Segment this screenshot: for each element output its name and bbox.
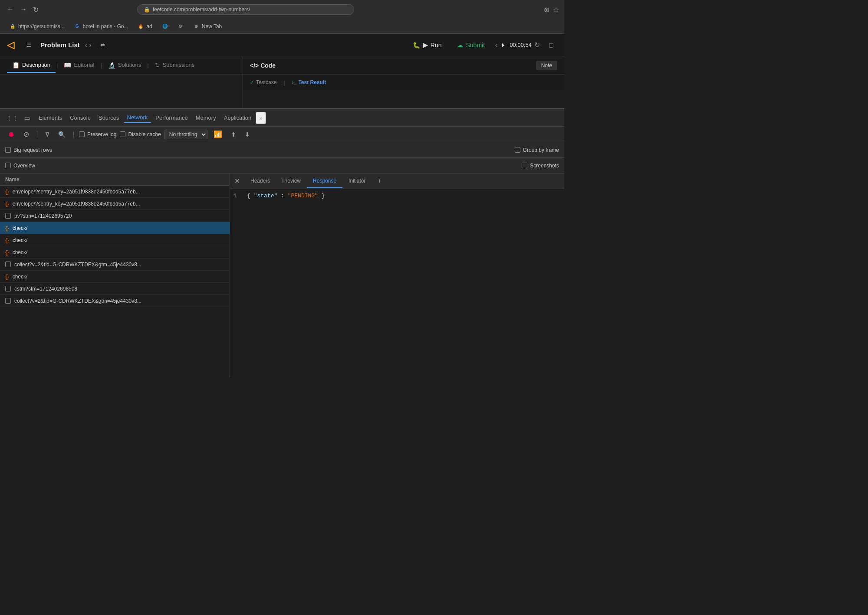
search-button[interactable]: 🔍 [56, 130, 68, 139]
submissions-icon: ↻ [155, 62, 160, 69]
browser-actions: ⊕ ☆ [544, 6, 559, 14]
timer-prev-button[interactable]: ‹ [495, 41, 497, 49]
tab-favicon-3: 🌐 [162, 23, 168, 29]
group-by-frame-option[interactable]: Group by frame [515, 147, 559, 153]
download-har-icon[interactable]: ⬇ [242, 130, 253, 139]
group-by-frame-checkbox[interactable] [515, 147, 520, 153]
tab-performance[interactable]: Performance [152, 113, 191, 123]
network-row[interactable]: {} check/ [0, 246, 230, 258]
back-button[interactable]: ← [5, 4, 16, 15]
run-label: Run [431, 42, 442, 49]
run-button[interactable]: 🐛 ▶ Run [408, 38, 447, 52]
network-row-selected[interactable]: {} check/ [0, 222, 230, 234]
row-name-5: check/ [13, 249, 224, 255]
tab-submissions[interactable]: ↻ Submissions [150, 58, 200, 73]
timer-refresh-button[interactable]: ↻ [534, 41, 540, 49]
name-column-header: Name [5, 177, 20, 183]
row-name-7: check/ [13, 274, 224, 280]
wifi-icon[interactable]: 📶 [211, 129, 225, 139]
next-problem-button[interactable]: › [89, 41, 91, 49]
detail-content: 1 { "state" : "PENDING" } [230, 189, 564, 377]
description-icon: 📋 [12, 62, 20, 69]
filter-icon[interactable]: ⊽ [43, 130, 52, 139]
detail-close-button[interactable]: ✕ [230, 175, 244, 187]
zoom-button[interactable]: ⊕ [544, 6, 549, 14]
browser-chrome: ← → ↻ 🔒 leetcode.com/problems/add-two-nu… [0, 0, 564, 34]
note-button[interactable]: Note [536, 61, 557, 70]
forward-button[interactable]: → [18, 4, 29, 15]
detail-tab-preview[interactable]: Preview [276, 174, 307, 188]
shuffle-button[interactable]: ⇌ [97, 40, 108, 50]
screenshots-option[interactable]: Screenshots [522, 163, 559, 169]
overview-checkbox[interactable] [5, 163, 11, 168]
row-checkbox-8[interactable] [5, 286, 11, 291]
disable-cache-option[interactable]: Disable cache [120, 131, 161, 137]
tab-globe[interactable]: 🌐 [158, 22, 172, 31]
upload-har-icon[interactable]: ⬆ [228, 130, 239, 139]
row-icon-4: {} [5, 237, 9, 243]
screenshots-checkbox[interactable] [522, 163, 527, 168]
filter-row-left: Big request rows [5, 147, 52, 153]
preserve-log-checkbox[interactable] [79, 131, 85, 137]
element-picker-icon[interactable]: ⋮⋮ [3, 113, 21, 123]
row-checkbox-6[interactable] [5, 262, 11, 267]
address-bar[interactable]: 🔒 leetcode.com/problems/add-two-numbers/ [137, 4, 354, 15]
prev-problem-button[interactable]: ‹ [85, 41, 87, 49]
network-row[interactable]: {} envelope/?sentry_key=2a051f9838e2450f… [0, 198, 230, 210]
detail-tab-timing[interactable]: T [372, 174, 387, 188]
disable-cache-checkbox[interactable] [120, 131, 125, 137]
more-tabs-icon[interactable]: » [256, 112, 266, 124]
row-checkbox-9[interactable] [5, 298, 11, 304]
tab-favicon-1: G [74, 23, 80, 29]
preserve-log-option[interactable]: Preserve log [79, 131, 116, 137]
network-row[interactable]: {} envelope/?sentry_key=2a051f9838e2450f… [0, 186, 230, 198]
tab-memory[interactable]: Memory [192, 113, 220, 123]
testresult-tab[interactable]: ›_ Test Result [292, 79, 326, 85]
tab-application[interactable]: Application [220, 113, 255, 123]
tab-new[interactable]: ⊕ New Tab [189, 22, 226, 31]
address-text: leetcode.com/problems/add-two-numbers/ [153, 7, 250, 13]
reload-button[interactable]: ↻ [31, 4, 40, 16]
network-row[interactable]: cstm?stm=1712402698508 [0, 283, 230, 295]
network-row[interactable]: {} check/ [0, 271, 230, 283]
menu-button[interactable]: ☰ [23, 40, 35, 50]
tab-sources[interactable]: Sources [95, 113, 123, 123]
network-row[interactable]: pv?stm=1712402695720 [0, 210, 230, 222]
tab-favicon-4: ⚙ [178, 23, 184, 29]
detail-tab-headers[interactable]: Headers [244, 174, 276, 188]
tab-solutions[interactable]: 🔬 Solutions [103, 58, 146, 73]
green-arrow-icon: ›_ [292, 79, 297, 85]
tab-console[interactable]: Console [66, 113, 94, 123]
record-stop-button[interactable]: ⏺ [5, 130, 17, 139]
code-title: </> Code [250, 62, 276, 69]
clear-button[interactable]: ⊘ [21, 129, 32, 139]
device-toolbar-icon[interactable]: ▭ [22, 113, 33, 123]
tab-gear[interactable]: ⚙ [173, 22, 188, 31]
throttle-select[interactable]: No throttling Slow 3G Fast 3G [164, 130, 207, 139]
testcase-tab[interactable]: ✓ Testcase [250, 79, 276, 85]
submit-button[interactable]: ☁ Submit [452, 39, 490, 51]
devtools-options: ⏺ ⊘ ⊽ 🔍 Preserve log Disable cache No th… [0, 127, 564, 142]
overview-option[interactable]: Overview [5, 163, 35, 169]
network-row[interactable]: collect?v=2&tid=G-CDRWKZTDEX&gtm=45je443… [0, 258, 230, 271]
big-request-rows-checkbox[interactable] [5, 147, 11, 153]
detail-tab-initiator[interactable]: Initiator [342, 174, 372, 188]
bookmark-button[interactable]: ☆ [553, 6, 559, 14]
devtools-filters-2: Overview Screenshots [0, 158, 564, 173]
tab-network[interactable]: Network [124, 112, 151, 123]
tab-ad[interactable]: 🔥 ad [133, 22, 156, 31]
network-row[interactable]: collect?v=2&tid=G-CDRWKZTDEX&gtm=45je443… [0, 295, 230, 307]
line-number: 1 [233, 193, 237, 199]
tab-editorial[interactable]: 📖 Editorial [59, 58, 99, 73]
row-checkbox-2[interactable] [5, 213, 11, 219]
tab-hotel-paris[interactable]: G hotel in paris - Go... [70, 22, 133, 31]
fullscreen-button[interactable]: ▢ [545, 40, 557, 50]
tab-description[interactable]: 📋 Description [7, 58, 56, 73]
group-by-frame-label: Group by frame [523, 147, 559, 153]
big-request-rows-option[interactable]: Big request rows [5, 147, 52, 153]
tab-getsubmiss[interactable]: 🔒 https://getsubmiss... [5, 22, 69, 31]
detail-tab-response[interactable]: Response [307, 174, 342, 188]
network-row[interactable]: {} check/ [0, 234, 230, 246]
tab-favicon-0: 🔒 [10, 23, 16, 29]
tab-elements[interactable]: Elements [35, 113, 66, 123]
